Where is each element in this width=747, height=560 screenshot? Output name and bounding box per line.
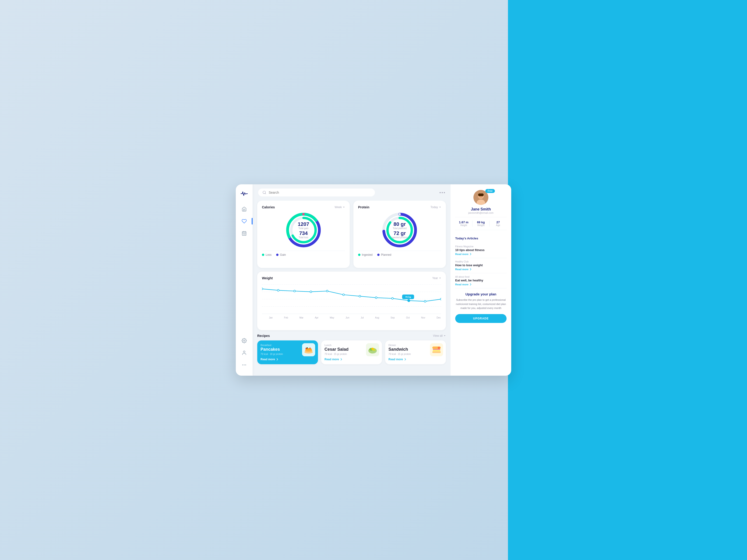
svg-point-10	[244, 365, 244, 365]
protein-title: Protein	[358, 205, 369, 209]
weight-chart-svg: 79 kg	[262, 284, 441, 315]
main-content: Calories Week	[253, 184, 450, 376]
recipes-title: Recipes	[257, 334, 270, 338]
calories-legend-gain: Gain	[276, 253, 286, 257]
age-value: 27	[490, 220, 507, 224]
article-weight[interactable]: Healthy Club How to lose weight Read mor…	[455, 258, 507, 273]
article-fitness-readmore[interactable]: Read more	[455, 253, 507, 256]
calories-legend-loss: Loss	[262, 253, 272, 257]
svg-point-11	[246, 365, 246, 365]
stat-age: 27 Age	[490, 220, 507, 226]
article-fitness[interactable]: Fitness Magazine 10 tips about fitness R…	[455, 243, 507, 258]
profile-stats: 1.67 m Height 69 kg Weight 27 Age	[455, 217, 507, 230]
svg-point-8	[243, 351, 245, 352]
dot2	[442, 192, 443, 193]
article-weight-readmore[interactable]: Read more	[455, 268, 507, 271]
svg-rect-5	[244, 234, 244, 235]
avatar-wrapper: Free	[473, 190, 488, 205]
article-fitness-source: Fitness Magazine	[455, 245, 507, 248]
article-food-title: Eat well, be healthy	[455, 278, 507, 282]
calories-filter[interactable]: Week	[335, 206, 345, 209]
svg-point-41	[440, 298, 441, 300]
svg-point-31	[277, 289, 279, 291]
pancakes-readmore[interactable]: Read more	[260, 358, 315, 361]
svg-point-36	[359, 295, 361, 297]
weight-value: 69 kg	[472, 220, 490, 224]
weight-x-labels: Jan Feb Mar Apr May Jun Jul Aug Sep Oct …	[262, 316, 441, 319]
upgrade-description: Subscribe the pro plan to get a professi…	[455, 298, 507, 310]
recipe-sandwich: Dinner Sandwich 79 kcal · 15 gr protein …	[385, 341, 446, 364]
svg-rect-67	[478, 193, 484, 196]
search-box[interactable]	[258, 189, 375, 196]
dot1	[440, 192, 441, 193]
calories-card-header: Calories Week	[262, 205, 345, 209]
header	[253, 184, 450, 201]
stat-weight: 69 kg Weight	[472, 220, 490, 226]
upgrade-button[interactable]: UPGRADE	[455, 314, 507, 323]
calories-donut-svg	[285, 211, 322, 249]
sandwich-image	[430, 343, 443, 356]
protein-donut: 80 gr Total planned 72 gr Ingested prote…	[358, 211, 441, 249]
article-food-readmore[interactable]: Read more	[455, 283, 507, 286]
view-all-button[interactable]: View all	[433, 334, 446, 338]
protein-filter[interactable]: Today	[431, 206, 441, 209]
protein-legend-planned: Planned	[377, 253, 391, 257]
search-icon	[262, 190, 266, 195]
svg-text:79 kg: 79 kg	[405, 296, 411, 298]
dashboard-grid: Calories Week	[253, 201, 450, 376]
sidebar-item-settings[interactable]	[239, 336, 249, 346]
stat-height: 1.67 m Height	[455, 220, 472, 226]
weight-filter[interactable]: Year	[432, 276, 441, 280]
article-weight-source: Healthy Club	[455, 260, 507, 263]
protein-card: Protein Today	[354, 201, 446, 268]
protein-legend-ingested: Ingested	[358, 253, 372, 257]
calories-title: Calories	[262, 205, 275, 209]
article-weight-title: How to lose weight	[455, 263, 507, 267]
salad-readmore[interactable]: Read more	[325, 358, 379, 361]
dot3	[444, 192, 445, 193]
recipes-header: Recipes View all	[257, 334, 446, 338]
article-food[interactable]: All about food Eat well, be healthy Read…	[455, 273, 507, 288]
plan-badge: Free	[485, 189, 495, 193]
sidebar-item-fitness[interactable]	[239, 216, 249, 226]
weight-card: Weight Year 85 80 75 70 65	[257, 272, 446, 330]
svg-point-33	[310, 291, 312, 293]
sidebar-item-home[interactable]	[239, 204, 249, 214]
upgrade-title: Upgrade your plan	[455, 292, 507, 296]
profile-email: janesmith@email.com	[468, 211, 493, 214]
article-food-source: All about food	[455, 275, 507, 278]
sidebar-item-calendar[interactable]	[239, 228, 249, 238]
height-label: Height	[455, 224, 472, 226]
age-label: Age	[490, 224, 507, 226]
svg-point-34	[326, 290, 328, 292]
sandwich-readmore[interactable]: Read more	[388, 358, 443, 361]
svg-point-38	[391, 297, 393, 299]
recipes-grid: Breakfast Pancakes 79 kcal · 18 gr prote…	[257, 341, 446, 364]
recipe-salad: Lunch Cesar Salad 79 kcal · 15 gr protei…	[321, 341, 382, 364]
upgrade-section: Upgrade your plan Subscribe the pro plan…	[455, 292, 507, 323]
svg-point-51	[310, 348, 311, 349]
pancakes-image	[302, 343, 315, 356]
weight-label: Weight	[472, 224, 490, 226]
svg-point-37	[375, 297, 377, 298]
recipes-section: Recipes View all	[257, 334, 446, 371]
calories-card: Calories Week	[257, 201, 350, 268]
protein-card-header: Protein Today	[358, 205, 441, 209]
sidebar-item-profile[interactable]	[239, 348, 249, 358]
app-logo	[240, 190, 248, 198]
svg-point-56	[371, 348, 374, 350]
salad-image	[366, 343, 379, 356]
calories-donut: 1207 Total gain 734 Total loss	[262, 211, 345, 249]
svg-rect-6	[245, 234, 246, 235]
search-input[interactable]	[269, 191, 371, 194]
header-more-button[interactable]	[440, 192, 445, 193]
protein-legend: Ingested Planned	[358, 250, 441, 257]
svg-point-62	[438, 347, 440, 349]
svg-rect-58	[432, 351, 441, 353]
protein-donut-svg	[381, 211, 418, 249]
sidebar-item-more[interactable]	[239, 360, 249, 370]
svg-rect-4	[243, 234, 244, 235]
weight-title: Weight	[262, 276, 273, 280]
svg-point-19	[302, 213, 305, 215]
svg-point-24	[398, 213, 401, 215]
